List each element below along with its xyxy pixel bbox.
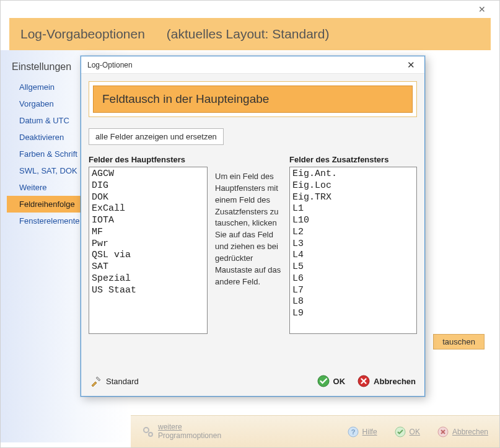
list-item[interactable]: Pwr [92,239,204,250]
main-fields-column: Felder des Hauptfensters AGCWDIGDOKExCal… [89,155,208,334]
list-item[interactable]: Eig.TRX [292,192,414,204]
dialog-banner: Feldtausch in der Haupteingabe [93,86,413,113]
tools-icon [90,375,102,387]
footer-ok-button[interactable]: OK [395,426,420,437]
extra-fields-label: Felder des Zusatzfensters [289,155,417,164]
footer-help-button[interactable]: ? Hilfe [348,426,377,437]
footer-help-label: Hilfe [362,428,377,436]
list-item[interactable]: ExCall [92,203,204,215]
sidebar-item-label: Datum & UTC [19,116,69,125]
dialog-ok-label: OK [333,377,346,386]
main-fields-label: Felder des Hauptfensters [89,155,208,164]
show-all-fields-button[interactable]: alle Felder anzeigen und ersetzen [89,128,224,145]
dialog-banner-frame: Feldtausch in der Haupteingabe [89,81,417,117]
list-item[interactable]: L9 [292,308,414,320]
list-item[interactable]: L7 [292,285,414,297]
outer-footer: weitere Programmoptionen ? Hilfe OK Abbr… [131,415,499,447]
list-item[interactable]: AGCW [92,169,204,180]
sidebar-item-label: SWL, SAT, DOK [19,166,77,175]
field-lists-row: Felder des Hauptfensters AGCWDIGDOKExCal… [89,155,417,334]
sidebar-item-label: Fensterelemente [19,216,80,226]
dialog-ok-button[interactable]: OK [317,375,346,387]
list-item[interactable]: Eig.Loc [292,180,414,192]
list-item[interactable]: SAT [92,261,204,273]
sidebar-item-label: Deaktivieren [19,133,64,142]
sidebar-item-label: Farben & Schrift [19,149,77,159]
list-item[interactable]: US Staat [92,285,204,297]
list-item[interactable]: MF [92,227,204,239]
extra-fields-column: Felder des Zusatzfensters Eig.Ant.Eig.Lo… [289,155,417,334]
window-close-button[interactable]: ✕ [470,2,494,16]
list-item[interactable]: QSL via [92,250,204,261]
extra-fields-listbox[interactable]: Eig.Ant.Eig.LocEig.TRXL1L10L2L3L4L5L6L7L… [289,167,417,334]
footer-cancel-label: Abbrechen [452,428,488,436]
close-icon: ✕ [478,4,486,14]
dialog-banner-text: Feldtausch in der Haupteingabe [102,92,269,105]
list-item[interactable]: L2 [292,227,414,239]
list-item[interactable]: L8 [292,296,414,308]
dialog-footer: Standard OK Abbrechen [81,367,424,396]
list-item[interactable]: L5 [292,261,414,273]
dialog-body: Feldtausch in der Haupteingabe alle Feld… [81,74,424,341]
list-item[interactable]: DOK [92,192,204,204]
cancel-x-icon [437,426,449,437]
list-item[interactable]: DIG [92,180,204,192]
cancel-x-icon [357,375,370,387]
svg-text:?: ? [351,428,355,436]
dialog-titlebar[interactable]: Log-Optionen ✕ [81,56,424,74]
ok-check-icon [395,426,406,437]
sidebar-item-label: Weitere [19,183,47,192]
page-title: Log-Vorgabeoptionen [20,27,145,41]
instructions-column: Um ein Feld des Hauptfensters mit einem … [215,155,282,334]
swap-fields-button[interactable]: tauschen [433,334,485,349]
swap-button-label: tauschen [442,337,475,346]
list-item[interactable]: L10 [292,215,414,227]
list-item[interactable]: L4 [292,250,414,261]
show-all-fields-label: alle Felder anzeigen und ersetzen [95,132,217,141]
drag-instructions: Um ein Feld des Hauptfensters mit einem … [215,171,282,288]
dialog-cancel-button[interactable]: Abbrechen [357,375,416,387]
standard-button-label: Standard [106,377,139,386]
sidebar-item-label: Vorgaben [19,99,54,108]
footer-more-line1: weitere [158,423,221,432]
list-item[interactable]: L3 [292,239,414,250]
list-item[interactable]: L1 [292,203,414,215]
page-subtitle: (aktuelles Layout: Standard) [167,27,330,41]
sidebar-item-label: Allgemein [19,82,55,92]
main-fields-listbox[interactable]: AGCWDIGDOKExCallIOTAMFPwrQSL viaSATSpezi… [89,167,208,334]
footer-more-options[interactable]: weitere Programmoptionen [142,423,221,441]
close-icon: ✕ [407,59,415,71]
ok-check-icon [317,375,330,387]
list-item[interactable]: Spezial [92,273,204,285]
footer-ok-label: OK [410,428,420,436]
outer-titlebar: ✕ [1,1,499,18]
list-item[interactable]: L6 [292,273,414,285]
gears-icon [142,426,154,438]
dialog-close-button[interactable]: ✕ [402,59,419,71]
log-options-dialog: Log-Optionen ✕ Feldtausch in der Hauptei… [81,56,425,397]
svg-point-0 [144,428,149,433]
sidebar-item-label: Feldreihenfolge [19,200,75,209]
dialog-cancel-label: Abbrechen [374,377,416,386]
dialog-title: Log-Optionen [87,61,133,69]
page-header: Log-Vorgabeoptionen (aktuelles Layout: S… [9,18,491,50]
svg-point-1 [149,433,152,436]
footer-more-line2: Programmoptionen [158,432,221,441]
footer-cancel-button[interactable]: Abbrechen [437,426,488,437]
list-item[interactable]: IOTA [92,215,204,227]
standard-button[interactable]: Standard [90,375,139,387]
help-icon: ? [348,426,359,437]
list-item[interactable]: Eig.Ant. [292,169,414,180]
